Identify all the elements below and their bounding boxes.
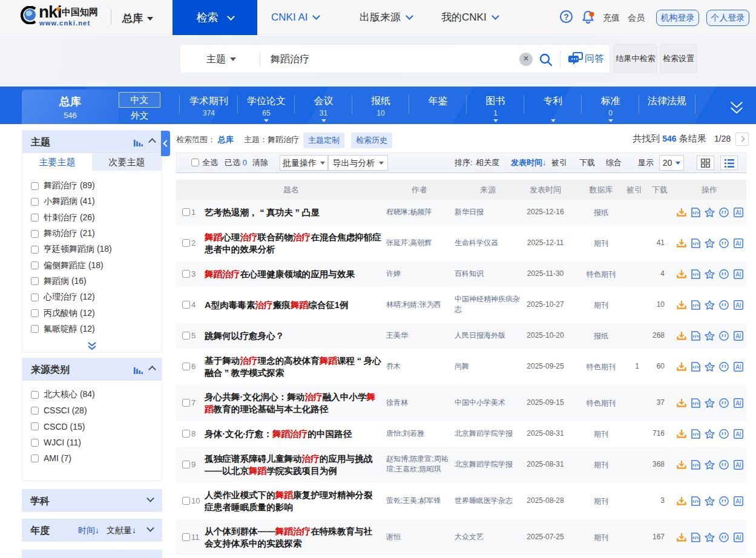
svg-text:AI: AI [735,333,741,340]
svg-text:AI: AI [735,462,741,468]
svg-text:AI: AI [735,240,741,247]
svg-text:AI: AI [735,364,741,370]
svg-text:AI: AI [735,271,741,278]
svg-text:AI: AI [735,431,741,438]
svg-text:AI: AI [735,209,741,216]
svg-text:AI: AI [735,400,741,407]
svg-text:AI: AI [735,534,741,541]
svg-text:AI: AI [735,498,741,505]
svg-text:AI: AI [735,302,741,309]
